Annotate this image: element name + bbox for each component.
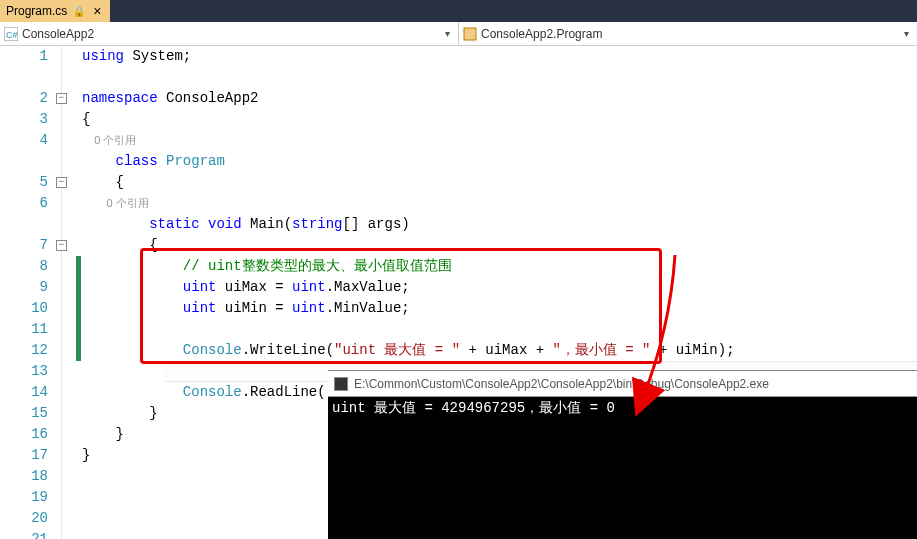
chevron-down-icon: ▾ bbox=[441, 28, 454, 39]
file-tab-program[interactable]: Program.cs 🔒 × bbox=[0, 0, 110, 22]
console-icon bbox=[334, 377, 348, 391]
nav-scope-dropdown[interactable]: C# ConsoleApp2 ▾ bbox=[0, 22, 459, 45]
console-window: E:\Common\Custom\ConsoleApp2\ConsoleApp2… bbox=[328, 370, 917, 539]
chevron-down-icon: ▾ bbox=[900, 28, 913, 39]
svg-text:C#: C# bbox=[6, 30, 18, 40]
change-indicator bbox=[76, 256, 81, 361]
class-icon bbox=[463, 27, 477, 41]
navigation-bar: C# ConsoleApp2 ▾ ConsoleApp2.Program ▾ bbox=[0, 22, 917, 46]
nav-member-dropdown[interactable]: ConsoleApp2.Program ▾ bbox=[459, 22, 917, 45]
tab-bar: Program.cs 🔒 × bbox=[0, 0, 917, 22]
line-number-gutter: 1 2 3 4 5 6 7 8 9 10 11 12 13 14 15 16 1… bbox=[0, 46, 58, 539]
console-title-text: E:\Common\Custom\ConsoleApp2\ConsoleApp2… bbox=[354, 377, 769, 391]
csharp-file-icon: C# bbox=[4, 27, 18, 41]
svg-rect-2 bbox=[464, 28, 476, 40]
console-output: uint 最大值 = 4294967295，最小值 = 0 bbox=[328, 397, 917, 419]
nav-member-label: ConsoleApp2.Program bbox=[481, 27, 602, 41]
fold-column: − − − bbox=[58, 46, 76, 539]
fold-toggle[interactable]: − bbox=[56, 240, 67, 251]
console-titlebar[interactable]: E:\Common\Custom\ConsoleApp2\ConsoleApp2… bbox=[328, 371, 917, 397]
fold-toggle[interactable]: − bbox=[56, 177, 67, 188]
file-tab-label: Program.cs bbox=[6, 4, 67, 18]
codelens-references[interactable]: 0 个引用 bbox=[106, 197, 148, 209]
codelens-references[interactable]: 0 个引用 bbox=[94, 134, 136, 146]
lock-icon: 🔒 bbox=[73, 6, 85, 17]
fold-toggle[interactable]: − bbox=[56, 93, 67, 104]
close-icon[interactable]: × bbox=[91, 4, 103, 18]
nav-scope-label: ConsoleApp2 bbox=[22, 27, 94, 41]
